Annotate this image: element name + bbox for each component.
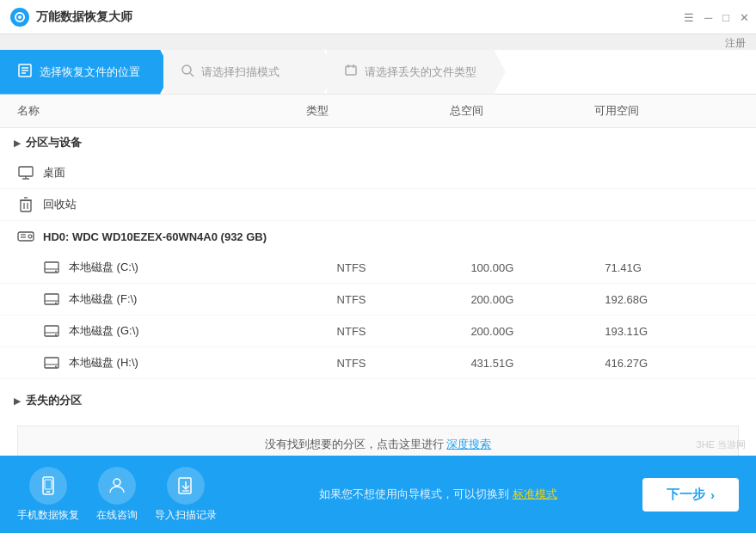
step2-icon bbox=[181, 64, 194, 81]
menu-icon[interactable]: ☰ bbox=[684, 11, 694, 24]
svg-line-7 bbox=[190, 73, 194, 77]
hdd-icon bbox=[17, 228, 34, 245]
step3-label: 请选择丢失的文件类型 bbox=[365, 64, 476, 80]
hint-text: 如果您不想使用向导模式，可以切换到 bbox=[319, 487, 509, 500]
app-title: 万能数据恢复大师 bbox=[36, 9, 132, 25]
step-bar: 选择恢复文件的位置 请选择扫描模式 请选择丢失的文件类型 bbox=[0, 50, 756, 95]
disk-c-icon bbox=[43, 259, 60, 276]
deep-search-text: 没有找到想要的分区，点击这里进行 bbox=[265, 438, 444, 450]
svg-rect-14 bbox=[21, 200, 31, 211]
col-free: 可用空间 bbox=[594, 103, 739, 119]
desktop-item[interactable]: 桌面 bbox=[0, 157, 756, 189]
svg-rect-37 bbox=[45, 480, 52, 489]
table-header: 名称 类型 总空间 可用空间 bbox=[0, 95, 756, 128]
minimize-button[interactable]: ─ bbox=[704, 11, 712, 24]
svg-point-28 bbox=[55, 303, 57, 304]
drive-f-item[interactable]: 本地磁盘 (F:\) NTFS 200.00G 192.68G bbox=[0, 284, 756, 316]
svg-rect-8 bbox=[346, 66, 356, 75]
window-controls: ☰ ─ □ ✕ bbox=[684, 0, 749, 34]
svg-rect-19 bbox=[18, 232, 34, 241]
disk-g-icon bbox=[43, 322, 60, 340]
recycle-name: 回收站 bbox=[43, 197, 322, 212]
step-1[interactable]: 选择恢复文件的位置 bbox=[0, 50, 172, 95]
deep-search-bar: 没有找到想要的分区，点击这里进行 深度搜索 bbox=[17, 426, 739, 456]
svg-point-1 bbox=[18, 15, 22, 19]
col-type: 类型 bbox=[306, 103, 451, 119]
svg-point-6 bbox=[182, 65, 191, 74]
step1-icon bbox=[17, 63, 33, 82]
watermark: 3HE 当游网 bbox=[697, 438, 746, 451]
desktop-name: 桌面 bbox=[43, 165, 322, 181]
next-button[interactable]: 下一步 › bbox=[642, 478, 739, 512]
drive-c-name: 本地磁盘 (C:\) bbox=[69, 260, 337, 275]
lost-section-header[interactable]: ▶ 丢失的分区 bbox=[0, 386, 756, 415]
content-area: 名称 类型 总空间 可用空间 ▶ 分区与设备 桌面 bbox=[0, 95, 756, 456]
app-logo bbox=[10, 8, 29, 27]
bottom-hint: 如果您不想使用向导模式，可以切换到 标准模式 bbox=[234, 487, 642, 502]
import-scan-tool[interactable]: 导入扫描记录 bbox=[155, 467, 217, 523]
svg-point-38 bbox=[114, 479, 120, 486]
step3-icon bbox=[344, 64, 358, 81]
col-total: 总空间 bbox=[450, 103, 594, 119]
step-3[interactable]: 请选择丢失的文件类型 bbox=[327, 50, 506, 95]
title-bar: 万能数据恢复大师 ☰ ─ □ ✕ bbox=[0, 0, 756, 34]
drive-f-type: NTFS bbox=[337, 293, 471, 306]
drive-c-type: NTFS bbox=[337, 261, 471, 274]
drive-g-free: 193.11G bbox=[605, 325, 739, 338]
standard-mode-link[interactable]: 标准模式 bbox=[513, 487, 557, 500]
register-link[interactable]: 注册 bbox=[725, 36, 746, 51]
drive-h-item[interactable]: 本地磁盘 (H:\) NTFS 431.51G 416.27G bbox=[0, 347, 756, 379]
drive-c-total: 100.00G bbox=[470, 261, 605, 274]
phone-recovery-tool[interactable]: 手机数据恢复 bbox=[17, 467, 79, 523]
import-icon bbox=[167, 467, 205, 505]
drive-c-free: 71.41G bbox=[605, 261, 739, 274]
step-2[interactable]: 请选择扫描模式 bbox=[163, 50, 335, 95]
svg-point-31 bbox=[55, 334, 57, 336]
step1-label: 选择恢复文件的位置 bbox=[40, 64, 140, 80]
drive-g-total: 200.00G bbox=[470, 325, 605, 338]
online-consult-label: 在线咨询 bbox=[96, 508, 138, 523]
person-icon bbox=[98, 467, 136, 505]
next-button-label: 下一步 bbox=[667, 487, 705, 503]
svg-rect-11 bbox=[19, 167, 33, 176]
trash-icon bbox=[17, 196, 34, 213]
hdd-item[interactable]: HD0: WDC WD10EZEX-60WN4A0 (932 GB) bbox=[0, 221, 756, 252]
phone-recovery-label: 手机数据恢复 bbox=[17, 508, 79, 523]
col-name: 名称 bbox=[17, 103, 306, 119]
drive-g-item[interactable]: 本地磁盘 (G:\) NTFS 200.00G 193.11G bbox=[0, 316, 756, 347]
drive-f-free: 192.68G bbox=[605, 293, 739, 306]
import-scan-label: 导入扫描记录 bbox=[155, 508, 217, 523]
online-consult-tool[interactable]: 在线咨询 bbox=[96, 467, 138, 523]
lost-arrow: ▶ bbox=[14, 396, 21, 406]
partitions-arrow: ▶ bbox=[14, 138, 21, 148]
partitions-label: 分区与设备 bbox=[26, 135, 82, 150]
disk-f-icon bbox=[43, 291, 60, 308]
svg-point-34 bbox=[55, 366, 57, 368]
lost-partitions-section: ▶ 丢失的分区 没有找到想要的分区，点击这里进行 深度搜索 bbox=[0, 386, 756, 456]
drive-f-total: 200.00G bbox=[470, 293, 605, 306]
recycle-item[interactable]: 回收站 bbox=[0, 189, 756, 221]
hdd-name: HD0: WDC WD10EZEX-60WN4A0 (932 GB) bbox=[43, 230, 739, 243]
svg-point-20 bbox=[28, 235, 32, 238]
lost-label: 丢失的分区 bbox=[26, 393, 82, 408]
drive-h-type: NTFS bbox=[337, 357, 471, 370]
desktop-icon bbox=[17, 164, 34, 181]
svg-point-25 bbox=[55, 271, 57, 273]
drive-h-name: 本地磁盘 (H:\) bbox=[69, 355, 337, 371]
partitions-section-header[interactable]: ▶ 分区与设备 bbox=[0, 128, 756, 157]
step2-label: 请选择扫描模式 bbox=[201, 64, 280, 80]
drive-g-name: 本地磁盘 (G:\) bbox=[69, 323, 337, 339]
maximize-button[interactable]: □ bbox=[722, 11, 729, 24]
next-arrow-icon: › bbox=[710, 487, 715, 502]
disk-h-icon bbox=[43, 354, 60, 371]
deep-search-link[interactable]: 深度搜索 bbox=[446, 438, 491, 450]
phone-icon bbox=[29, 467, 67, 505]
close-button[interactable]: ✕ bbox=[740, 11, 749, 24]
drive-f-name: 本地磁盘 (F:\) bbox=[69, 291, 337, 307]
drive-g-type: NTFS bbox=[337, 325, 471, 338]
bottom-bar: 手机数据恢复 在线咨询 导入扫描记录 如果您不想使用向导模式，可以切换到 标准模… bbox=[0, 456, 756, 533]
drive-c-item[interactable]: 本地磁盘 (C:\) NTFS 100.00G 71.41G bbox=[0, 252, 756, 284]
drive-h-total: 431.51G bbox=[470, 357, 605, 370]
drive-h-free: 416.27G bbox=[605, 357, 739, 370]
